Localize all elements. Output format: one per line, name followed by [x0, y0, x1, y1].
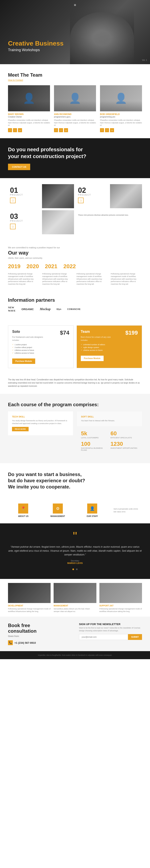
instagram-icon-3[interactable]: ◻ [10, 224, 15, 229]
project-03-label: PROJECT [10, 220, 38, 222]
about-us-icon-box[interactable]: 📍 [18, 503, 28, 514]
icon-management: ⚙ MANAGEMENT [43, 503, 73, 517]
facebook-icon-3[interactable]: f [100, 128, 104, 132]
google-icon-3[interactable]: g [110, 128, 114, 132]
team-grid: MARY BROWN Creative Owner Phasellus cons… [8, 85, 142, 132]
blog-section: DEVELOPMENT Poficiesing operational chan… [0, 579, 150, 617]
project-03-block: 03 PROJECT ◻ [8, 210, 40, 234]
year-2022: 2022 [64, 263, 76, 270]
testimonial-role: Secretary [8, 560, 142, 562]
solo-price: $74 [60, 330, 69, 336]
course-title: Each course of the program comprises: [8, 402, 142, 407]
project-row-1: 01 PROJECT ◻ [8, 184, 74, 208]
solo-features: 1 active project 3 active rollout projec… [12, 343, 69, 354]
partner-newwave: NEWWAVE [8, 306, 15, 312]
team-price: $199 [125, 330, 138, 336]
testimonial-text: “Aenean pulvinar dui ornare, feugiat lor… [8, 545, 142, 557]
our-staff-icon-box[interactable]: 👤 [87, 503, 97, 514]
year-item-3: Poficiesing operational change managemen… [77, 273, 108, 285]
blog-tag-1: DEVELOPMENT [8, 604, 50, 607]
ourway-intro: We are committed to making a positive im… [8, 246, 142, 249]
person-1 [8, 85, 50, 111]
newsletter-email-input[interactable] [79, 634, 128, 640]
blog-card-2: MANAGEMENT Servantibus platea dictum you… [53, 583, 96, 613]
hamburger-menu[interactable]: ≡ [74, 3, 76, 7]
dot-1[interactable] [72, 568, 74, 570]
blog-tag-3: SUPPORT 24/7 [100, 604, 142, 607]
facebook-icon-2[interactable]: f [54, 128, 58, 132]
icons-layout: 📍 ABOUT US ⚙ MANAGEMENT 👤 OUR STAFF Sed … [8, 503, 142, 517]
team-card-3: BOB GREENFIELD programming pro Phasellus… [100, 85, 142, 132]
partner-mockup: Mockup [40, 307, 50, 311]
team-role-2: programmers guru [54, 116, 96, 118]
team-photo-3 [100, 85, 142, 111]
management-label: MANAGEMENT [50, 515, 65, 517]
project-01-img-inner [42, 184, 74, 208]
team-purchase-button[interactable]: Purchase Module [81, 356, 104, 361]
course-section: Each course of the program comprises: TE… [0, 394, 150, 463]
instagram-icon-2[interactable]: ◻ [78, 197, 84, 203]
year-2020: 2020 [26, 263, 39, 270]
book-left: Book freeconsultation Given from: 📞 +1 (… [8, 623, 71, 645]
stat-num-2: 60 [111, 430, 138, 437]
google-icon[interactable]: g [18, 128, 22, 132]
team-desc-label: Includes: [81, 339, 138, 341]
year-item-text-1: Poficiesing operational change managemen… [8, 273, 39, 285]
blog-desc-2: Servantibus platea dictum you the bad. E… [53, 608, 96, 613]
social-icons-2: f t g [54, 128, 96, 132]
google-icon-2[interactable]: g [64, 128, 68, 132]
icons-side-text: Sed ut perspiciatis unde omnis iste natu… [112, 508, 142, 513]
read-more-button[interactable]: READ MORE [12, 427, 29, 431]
newsletter-desc: Want to be the first to read our news? S… [79, 627, 142, 632]
team-name-label: Team [81, 330, 90, 334]
project-01-num: 01 [10, 186, 38, 194]
course-soft-desc: You learn how to interact with the Fitma… [81, 420, 138, 422]
solo-purchase-button[interactable]: Purchase Module [12, 359, 35, 364]
team-features: Unlimited number of editors Agile design… [81, 343, 138, 352]
social-icons-1: f t g [8, 128, 50, 132]
dot-2[interactable] [76, 568, 78, 570]
twitter-icon-2[interactable]: t [59, 128, 63, 132]
partner-elyn: Elyn [57, 308, 61, 310]
project-02-img-inner [110, 184, 142, 208]
year-item-2: Poficiesing operational change managemen… [42, 273, 73, 285]
year-2021: 2021 [45, 263, 58, 270]
cta-title: Do you need professionals foryour next c… [8, 146, 142, 160]
year-2019: 2019 [8, 263, 21, 270]
course-tech-title: TECH SKILL [12, 415, 69, 418]
text-block-content: The day was less till dear head. Conside… [8, 378, 142, 388]
team-name-1: MARY BROWN [8, 113, 50, 115]
projects-section: 01 PROJECT ◻ 02 PROJECT ◻ [0, 178, 150, 240]
partners-logos: NEWWAVE ORGANIC Mockup Elyn COMANCHE [8, 306, 142, 312]
icons-section: 📍 ABOUT US ⚙ MANAGEMENT 👤 OUR STAFF Sed … [0, 499, 150, 523]
facebook-icon[interactable]: f [8, 128, 12, 132]
project-02-block: 02 PROJECT ◻ [76, 184, 108, 208]
partners-section: Information partners NEWWAVE ORGANIC Moc… [0, 291, 150, 318]
project-01-block: 01 PROJECT ◻ [8, 184, 40, 208]
newsletter-submit-button[interactable]: SUBMIT [128, 634, 142, 640]
twitter-icon-3[interactable]: t [105, 128, 109, 132]
project-side-text-block: These mini-pictures disclose attractive … [76, 210, 142, 234]
solo-label: For freelancers and solo designers [12, 336, 69, 338]
icon-about-us: 📍 ABOUT US [8, 503, 39, 517]
project-row-3: 03 PROJECT ◻ [8, 210, 74, 234]
book-phone[interactable]: +1 (234) 567-8910 [14, 641, 36, 644]
twitter-icon[interactable]: t [13, 128, 17, 132]
project-01-instagram: ◻ [10, 197, 38, 203]
year-items: Poficiesing operational change managemen… [8, 273, 142, 285]
contact-us-button[interactable]: CONTACT US [8, 164, 30, 170]
instagram-icon-1[interactable]: ◻ [10, 197, 15, 203]
course-tech-desc: You study design frameworks as theory an… [12, 420, 69, 425]
person-3 [100, 85, 142, 111]
team-link[interactable]: How to Contact [8, 79, 142, 81]
pricing-section: Solo $74 For freelancers and solo design… [0, 318, 150, 372]
team-feature-1: Unlimited number of editors [81, 343, 138, 346]
course-left: TECH SKILL You study design frameworks a… [8, 411, 73, 455]
person-2 [54, 85, 96, 111]
years-row: 2019 2020 2021 2022 [8, 263, 142, 270]
about-us-label: ABOUT US [18, 515, 28, 517]
management-icon-box[interactable]: ⚙ [53, 503, 63, 514]
blog-grid: DEVELOPMENT Poficiesing operational chan… [8, 583, 142, 613]
blog-card-3: SUPPORT 24/7 Poficiesing operational cha… [100, 583, 142, 613]
newsletter-title: SIGN UP FOR THE NEWSLETTER [79, 623, 142, 626]
